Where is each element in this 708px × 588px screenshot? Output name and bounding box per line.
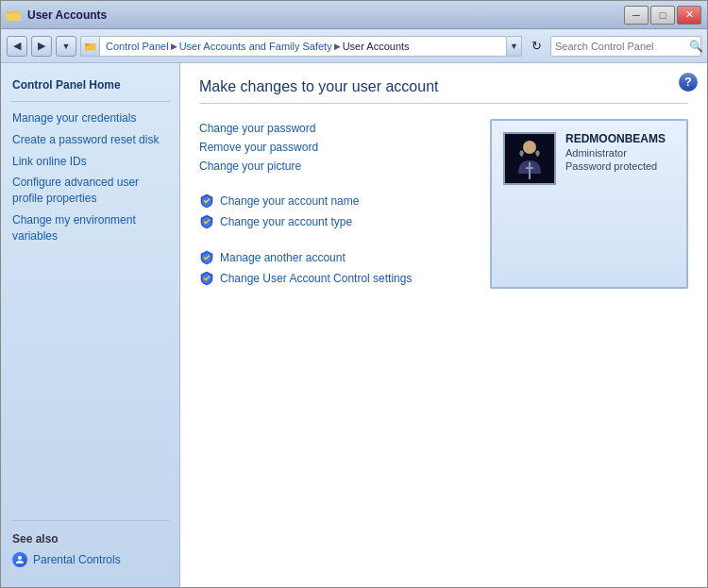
parental-controls-icon <box>12 552 27 567</box>
address-bar: ◀ ▶ ▼ Control Panel ▶ User Accounts and … <box>1 29 707 63</box>
remove-password-link[interactable]: Remove your password <box>199 138 471 157</box>
change-account-name-link[interactable]: Change your account name <box>199 191 471 211</box>
account-info: REDMOONBEAMS Administrator Password prot… <box>565 132 666 172</box>
sidebar-item-credentials[interactable]: Manage your credentials <box>1 108 179 129</box>
account-role: Administrator <box>565 147 666 159</box>
shield-icon-2 <box>199 214 214 229</box>
breadcrumb-dropdown-button[interactable]: ▼ <box>507 36 522 57</box>
window-controls: ─ □ ✕ <box>624 6 701 25</box>
shield-icon-1 <box>199 193 214 209</box>
change-account-name-text: Change your account name <box>220 194 359 208</box>
links-group-3: Manage another account Change User Accou… <box>199 247 471 289</box>
account-name: REDMOONBEAMS <box>565 132 666 145</box>
manage-another-account-link[interactable]: Manage another account <box>199 247 471 268</box>
account-card: REDMOONBEAMS Administrator Password prot… <box>490 119 688 289</box>
shield-icon-3 <box>199 250 214 265</box>
breadcrumb-user-accounts: User Accounts <box>343 41 410 52</box>
breadcrumb-user-accounts-family[interactable]: User Accounts and Family Safety <box>179 41 332 52</box>
sidebar-item-password-reset[interactable]: Create a password reset disk <box>1 129 179 151</box>
see-also-label: See also <box>1 527 179 549</box>
help-button[interactable]: ? <box>679 73 698 92</box>
sidebar-item-advanced-user[interactable]: Configure advanced user profile properti… <box>1 172 179 210</box>
sidebar: Control Panel Home Manage your credentia… <box>1 63 180 587</box>
forward-button[interactable]: ▶ <box>31 36 52 57</box>
close-button[interactable]: ✕ <box>677 6 701 25</box>
change-account-type-link[interactable]: Change your account type <box>199 211 471 232</box>
breadcrumb-control-panel[interactable]: Control Panel <box>106 41 169 52</box>
links-group-1: Change your password Remove your passwor… <box>199 119 471 176</box>
svg-point-5 <box>18 556 22 560</box>
change-picture-link[interactable]: Change your picture <box>199 157 471 176</box>
change-account-type-text: Change your account type <box>220 215 352 228</box>
sidebar-bottom-section: See also Parental Controls <box>1 507 179 578</box>
search-input[interactable] <box>555 41 685 52</box>
main-layout: Control Panel Home Manage your credentia… <box>1 63 707 587</box>
parental-controls-link[interactable]: Parental Controls <box>1 549 179 570</box>
content-body: Change your password Remove your passwor… <box>199 119 688 289</box>
change-password-link[interactable]: Change your password <box>199 119 471 138</box>
svg-rect-1 <box>7 13 21 21</box>
minimize-button[interactable]: ─ <box>624 6 649 25</box>
breadcrumb-bar: Control Panel ▶ User Accounts and Family… <box>99 36 507 57</box>
avatar-image <box>505 134 554 183</box>
change-uac-settings-link[interactable]: Change User Account Control settings <box>199 268 471 289</box>
svg-rect-2 <box>7 11 12 14</box>
title-bar: User Accounts ─ □ ✕ <box>1 1 707 29</box>
manage-another-account-text: Manage another account <box>220 251 346 264</box>
back-button[interactable]: ◀ <box>7 36 27 57</box>
sidebar-divider-2 <box>10 520 170 521</box>
refresh-button[interactable]: ↻ <box>526 36 547 57</box>
sidebar-title: Control Panel Home <box>1 73 179 95</box>
svg-point-7 <box>523 141 536 154</box>
shield-icon-4 <box>199 271 214 286</box>
breadcrumb-icon <box>80 36 99 57</box>
page-title: Make changes to your user account <box>199 78 688 104</box>
content-area: ? Make changes to your user account Chan… <box>180 63 707 587</box>
maximize-button[interactable]: □ <box>650 6 675 25</box>
parental-controls-text: Parental Controls <box>33 553 121 566</box>
title-bar-left: User Accounts <box>7 8 107 23</box>
change-uac-settings-text: Change User Account Control settings <box>220 272 412 285</box>
recent-pages-button[interactable]: ▼ <box>56 36 76 57</box>
search-icon[interactable]: 🔍 <box>689 40 703 53</box>
avatar <box>503 132 556 185</box>
sidebar-main-section: Control Panel Home Manage your credentia… <box>1 73 179 247</box>
links-group-2: Change your account name Change your acc… <box>199 191 471 232</box>
sidebar-item-link-online-ids[interactable]: Link online IDs <box>1 151 179 173</box>
title-bar-text: User Accounts <box>27 8 107 22</box>
links-section: Change your password Remove your passwor… <box>199 119 471 289</box>
search-bar: 🔍 <box>550 36 701 57</box>
sidebar-item-environment-variables[interactable]: Change my environment variables <box>1 210 179 247</box>
account-status: Password protected <box>565 160 666 172</box>
sidebar-divider-1 <box>10 101 170 102</box>
main-window: User Accounts ─ □ ✕ ◀ ▶ ▼ Control Panel … <box>0 0 708 588</box>
folder-icon <box>7 8 22 23</box>
svg-rect-4 <box>85 43 90 45</box>
